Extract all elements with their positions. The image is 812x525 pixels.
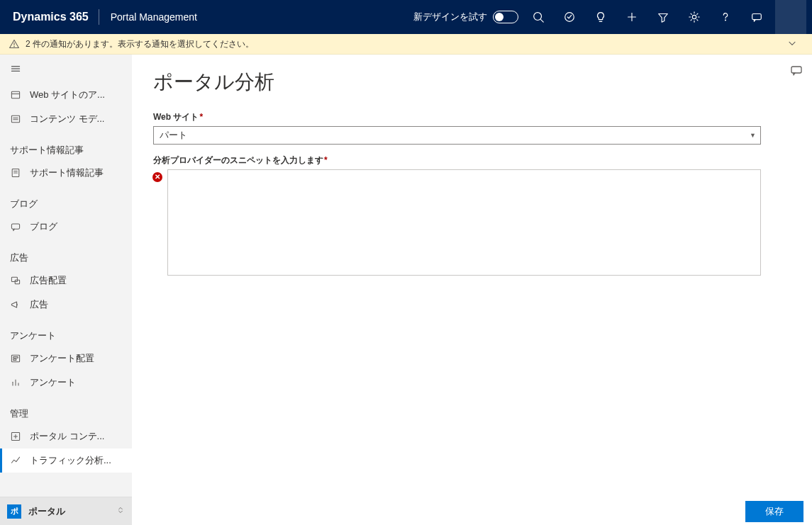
notification-text: 2 件の通知があります。表示する通知を選択してください。 bbox=[26, 38, 254, 50]
nav-item-label: トラフィック分析... bbox=[30, 454, 125, 467]
nav-item-knowledge-articles[interactable]: サポート情報記事 bbox=[0, 161, 132, 185]
svg-line-1 bbox=[541, 20, 544, 23]
header-divider bbox=[99, 9, 99, 25]
nav-item-poll-placements[interactable]: アンケート配置 bbox=[0, 346, 132, 371]
snippet-textarea[interactable] bbox=[167, 169, 761, 276]
assistant-icon[interactable] bbox=[741, 0, 772, 34]
search-icon[interactable] bbox=[523, 0, 554, 34]
nav-item-label: Web サイトのア... bbox=[30, 89, 125, 101]
assistant-pane-button[interactable] bbox=[789, 63, 803, 77]
nav-item-ads[interactable]: 広告 bbox=[0, 293, 132, 317]
nav-item-label: アンケート配置 bbox=[30, 352, 125, 365]
nav-item-label: アンケート bbox=[30, 376, 125, 389]
help-icon[interactable] bbox=[710, 0, 741, 34]
notification-bar[interactable]: 2 件の通知があります。表示する通知を選択してください。 bbox=[0, 34, 812, 55]
ad-placement-icon bbox=[10, 275, 21, 286]
required-marker: * bbox=[199, 112, 203, 122]
sidebar-collapse-button[interactable] bbox=[0, 55, 132, 83]
website-label: Web サイト* bbox=[153, 111, 761, 123]
nav-item-traffic-analysis[interactable]: トラフィック分析... bbox=[0, 448, 132, 473]
nav-item-label: ポータル コンテ... bbox=[30, 430, 125, 443]
chevron-down-icon[interactable] bbox=[786, 38, 803, 51]
nav-item-content-model[interactable]: コンテンツ モデ... bbox=[0, 107, 132, 131]
nav-group-admin: 管理 bbox=[0, 395, 132, 424]
form-footer: 保存 bbox=[132, 497, 812, 525]
settings-icon[interactable] bbox=[679, 0, 710, 34]
filter-icon[interactable] bbox=[647, 0, 679, 34]
website-field-row: Web サイト* パート ▼ bbox=[153, 111, 761, 145]
save-button[interactable]: 保存 bbox=[745, 501, 803, 522]
svg-rect-14 bbox=[11, 91, 19, 98]
nav-item-label: 広告配置 bbox=[30, 274, 125, 287]
svg-rect-34 bbox=[791, 67, 801, 73]
try-new-design-label: 新デザインを試す bbox=[413, 11, 487, 23]
nav-item-polls[interactable]: アンケート bbox=[0, 371, 132, 395]
nav-group-ads: 広告 bbox=[0, 239, 132, 269]
required-marker: * bbox=[324, 155, 328, 165]
svg-point-7 bbox=[725, 20, 726, 21]
svg-point-0 bbox=[534, 13, 542, 21]
app-header: Dynamics 365 Portal Management 新デザインを試す bbox=[0, 0, 812, 34]
area-switcher[interactable]: ポ ポータル bbox=[0, 497, 132, 525]
snippet-field-row: 分析プロバイダーのスニペットを入力します* ✕ bbox=[153, 154, 761, 276]
nav-item-label: 広告 bbox=[30, 298, 125, 311]
page-title: ポータル分析 bbox=[153, 69, 761, 96]
updown-icon bbox=[116, 505, 125, 517]
nav-group-blog: ブログ bbox=[0, 185, 132, 215]
nav-item-label: サポート情報記事 bbox=[30, 166, 125, 179]
svg-point-10 bbox=[14, 46, 15, 47]
website-icon bbox=[10, 89, 21, 101]
app-name[interactable]: Portal Management bbox=[111, 11, 197, 23]
plus-box-icon bbox=[10, 431, 21, 442]
brand[interactable]: Dynamics 365 bbox=[13, 11, 99, 23]
lightbulb-icon[interactable] bbox=[585, 0, 616, 34]
nav-group-knowledge: サポート情報記事 bbox=[0, 131, 132, 161]
toggle-icon bbox=[493, 11, 518, 23]
blog-icon bbox=[10, 221, 21, 232]
snippet-label-text: 分析プロバイダーのスニペットを入力します bbox=[153, 155, 323, 165]
area-label: ポータル bbox=[28, 505, 116, 518]
nav-group-polls: アンケート bbox=[0, 317, 132, 346]
poll-icon bbox=[10, 377, 21, 388]
warning-icon bbox=[9, 38, 20, 50]
main-content: ポータル分析 Web サイト* パート ▼ 分析プロバイダーのスニペットを入力し… bbox=[132, 55, 812, 525]
sidebar: Web サイトのア... コンテンツ モデ... サポート情報記事 サポート情報… bbox=[0, 55, 132, 525]
website-select-value: パート bbox=[160, 129, 187, 142]
nav-scroll[interactable]: Web サイトのア... コンテンツ モデ... サポート情報記事 サポート情報… bbox=[0, 83, 132, 497]
nav-item-label: コンテンツ モデ... bbox=[30, 113, 125, 125]
svg-rect-23 bbox=[11, 277, 17, 281]
snippet-label: 分析プロバイダーのスニペットを入力します* bbox=[153, 154, 761, 166]
svg-point-6 bbox=[692, 15, 696, 18]
svg-rect-25 bbox=[11, 355, 19, 362]
svg-rect-8 bbox=[752, 14, 762, 20]
analytics-icon bbox=[10, 455, 21, 466]
svg-rect-27 bbox=[13, 359, 16, 361]
nav-item-blog[interactable]: ブログ bbox=[0, 215, 132, 239]
error-icon: ✕ bbox=[152, 171, 163, 183]
megaphone-icon bbox=[10, 299, 21, 310]
nav-item-label: ブログ bbox=[30, 220, 125, 233]
website-label-text: Web サイト bbox=[153, 112, 199, 122]
nav-item-ad-placements[interactable]: 広告配置 bbox=[0, 269, 132, 293]
svg-rect-22 bbox=[11, 224, 19, 229]
content-icon bbox=[10, 113, 21, 125]
area-tile: ポ bbox=[7, 504, 21, 519]
user-avatar[interactable] bbox=[775, 0, 806, 34]
nav-item-website-actions[interactable]: Web サイトのア... bbox=[0, 83, 132, 107]
add-icon[interactable] bbox=[616, 0, 647, 34]
website-select[interactable]: パート ▼ bbox=[153, 126, 761, 145]
article-icon bbox=[10, 167, 21, 179]
try-new-design-toggle[interactable]: 新デザインを試す bbox=[413, 11, 518, 23]
hamburger-icon bbox=[10, 63, 21, 74]
poll-placement-icon bbox=[10, 353, 21, 364]
header-actions bbox=[523, 0, 806, 34]
task-icon[interactable] bbox=[554, 0, 585, 34]
svg-rect-16 bbox=[11, 115, 19, 123]
nav-item-portal-content[interactable]: ポータル コンテ... bbox=[0, 424, 132, 448]
caret-down-icon: ▼ bbox=[750, 132, 756, 139]
svg-rect-26 bbox=[13, 357, 18, 359]
